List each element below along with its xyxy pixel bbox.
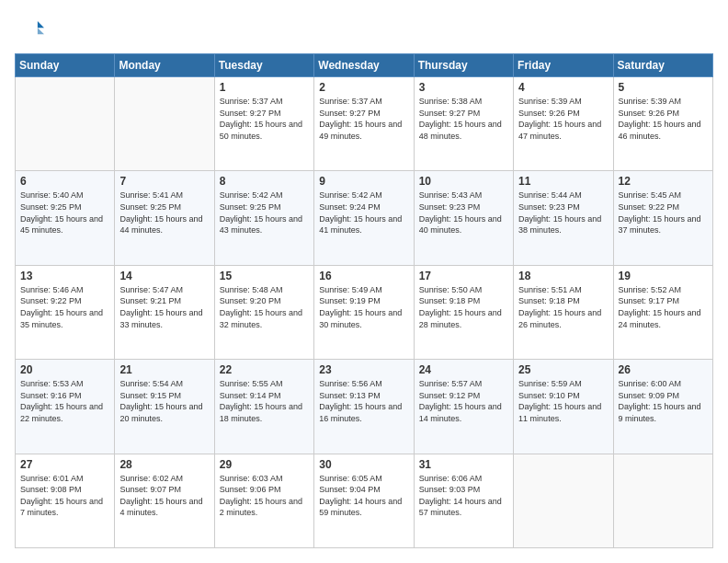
calendar-week-row-1: 1Sunrise: 5:37 AM Sunset: 9:27 PM Daylig… bbox=[16, 77, 713, 171]
cell-info: Sunrise: 5:49 AM Sunset: 9:19 PM Dayligh… bbox=[319, 284, 408, 330]
cell-info: Sunrise: 6:01 AM Sunset: 9:08 PM Dayligh… bbox=[20, 473, 109, 519]
cell-info: Sunrise: 5:54 AM Sunset: 9:15 PM Dayligh… bbox=[119, 378, 209, 424]
calendar-weekday-saturday: Saturday bbox=[613, 54, 712, 77]
cell-info: Sunrise: 5:39 AM Sunset: 9:26 PM Dayligh… bbox=[619, 96, 708, 142]
calendar-cell: 16Sunrise: 5:49 AM Sunset: 9:19 PM Dayli… bbox=[314, 265, 414, 359]
calendar-week-row-3: 13Sunrise: 5:46 AM Sunset: 9:22 PM Dayli… bbox=[16, 265, 713, 359]
cell-info: Sunrise: 5:42 AM Sunset: 9:25 PM Dayligh… bbox=[220, 190, 309, 236]
day-number: 31 bbox=[419, 458, 508, 471]
day-number: 8 bbox=[220, 175, 309, 188]
calendar-cell: 15Sunrise: 5:48 AM Sunset: 9:20 PM Dayli… bbox=[214, 265, 313, 359]
cell-info: Sunrise: 5:38 AM Sunset: 9:27 PM Dayligh… bbox=[419, 96, 508, 142]
calendar-cell: 23Sunrise: 5:56 AM Sunset: 9:13 PM Dayli… bbox=[314, 360, 414, 454]
header bbox=[15, 15, 713, 44]
cell-info: Sunrise: 5:59 AM Sunset: 9:10 PM Dayligh… bbox=[518, 378, 608, 424]
logo-icon bbox=[15, 15, 44, 44]
logo bbox=[15, 15, 48, 44]
day-number: 2 bbox=[319, 81, 408, 94]
calendar-cell: 6Sunrise: 5:40 AM Sunset: 9:25 PM Daylig… bbox=[16, 171, 115, 265]
day-number: 26 bbox=[619, 363, 708, 376]
calendar-cell bbox=[613, 454, 712, 547]
calendar-weekday-wednesday: Wednesday bbox=[314, 54, 414, 77]
calendar-cell: 13Sunrise: 5:46 AM Sunset: 9:22 PM Dayli… bbox=[16, 265, 115, 359]
day-number: 17 bbox=[419, 270, 508, 282]
cell-info: Sunrise: 6:00 AM Sunset: 9:09 PM Dayligh… bbox=[619, 378, 708, 424]
calendar-cell: 9Sunrise: 5:42 AM Sunset: 9:24 PM Daylig… bbox=[314, 171, 414, 265]
calendar-cell: 1Sunrise: 5:37 AM Sunset: 9:27 PM Daylig… bbox=[214, 77, 313, 171]
calendar-week-row-4: 20Sunrise: 5:53 AM Sunset: 9:16 PM Dayli… bbox=[16, 360, 713, 454]
day-number: 7 bbox=[119, 175, 209, 188]
cell-info: Sunrise: 5:55 AM Sunset: 9:14 PM Dayligh… bbox=[220, 378, 309, 424]
calendar-cell: 20Sunrise: 5:53 AM Sunset: 9:16 PM Dayli… bbox=[16, 360, 115, 454]
calendar-cell: 31Sunrise: 6:06 AM Sunset: 9:03 PM Dayli… bbox=[414, 454, 513, 547]
cell-info: Sunrise: 5:37 AM Sunset: 9:27 PM Dayligh… bbox=[319, 96, 408, 142]
cell-info: Sunrise: 5:57 AM Sunset: 9:12 PM Dayligh… bbox=[419, 378, 508, 424]
calendar-weekday-thursday: Thursday bbox=[414, 54, 513, 77]
cell-info: Sunrise: 5:50 AM Sunset: 9:18 PM Dayligh… bbox=[419, 284, 508, 330]
day-number: 25 bbox=[518, 363, 608, 376]
calendar-cell bbox=[16, 77, 115, 171]
day-number: 29 bbox=[220, 458, 309, 471]
day-number: 20 bbox=[20, 363, 109, 376]
cell-info: Sunrise: 5:47 AM Sunset: 9:21 PM Dayligh… bbox=[119, 284, 209, 330]
calendar-cell: 18Sunrise: 5:51 AM Sunset: 9:18 PM Dayli… bbox=[514, 265, 613, 359]
cell-info: Sunrise: 5:52 AM Sunset: 9:17 PM Dayligh… bbox=[619, 284, 708, 330]
calendar-cell: 27Sunrise: 6:01 AM Sunset: 9:08 PM Dayli… bbox=[16, 454, 115, 547]
calendar-cell: 4Sunrise: 5:39 AM Sunset: 9:26 PM Daylig… bbox=[514, 77, 613, 171]
day-number: 23 bbox=[319, 363, 408, 376]
calendar-weekday-monday: Monday bbox=[115, 54, 214, 77]
day-number: 6 bbox=[20, 175, 109, 188]
calendar-cell: 25Sunrise: 5:59 AM Sunset: 9:10 PM Dayli… bbox=[514, 360, 613, 454]
cell-info: Sunrise: 5:41 AM Sunset: 9:25 PM Dayligh… bbox=[119, 190, 209, 236]
calendar-cell: 22Sunrise: 5:55 AM Sunset: 9:14 PM Dayli… bbox=[214, 360, 313, 454]
calendar-cell: 29Sunrise: 6:03 AM Sunset: 9:06 PM Dayli… bbox=[214, 454, 313, 547]
calendar-weekday-friday: Friday bbox=[514, 54, 613, 77]
calendar-table: SundayMondayTuesdayWednesdayThursdayFrid… bbox=[15, 53, 713, 548]
day-number: 24 bbox=[419, 363, 508, 376]
cell-info: Sunrise: 5:39 AM Sunset: 9:26 PM Dayligh… bbox=[518, 96, 608, 142]
cell-info: Sunrise: 5:37 AM Sunset: 9:27 PM Dayligh… bbox=[220, 96, 309, 142]
day-number: 12 bbox=[619, 175, 708, 188]
calendar-cell: 26Sunrise: 6:00 AM Sunset: 9:09 PM Dayli… bbox=[613, 360, 712, 454]
day-number: 16 bbox=[319, 270, 408, 282]
day-number: 14 bbox=[119, 270, 209, 282]
calendar-cell: 30Sunrise: 6:05 AM Sunset: 9:04 PM Dayli… bbox=[314, 454, 414, 547]
day-number: 1 bbox=[220, 81, 309, 94]
cell-info: Sunrise: 6:05 AM Sunset: 9:04 PM Dayligh… bbox=[319, 473, 408, 519]
day-number: 18 bbox=[518, 270, 608, 282]
calendar-cell bbox=[115, 77, 214, 171]
calendar-cell: 28Sunrise: 6:02 AM Sunset: 9:07 PM Dayli… bbox=[115, 454, 214, 547]
cell-info: Sunrise: 5:42 AM Sunset: 9:24 PM Dayligh… bbox=[319, 190, 408, 236]
calendar-cell: 8Sunrise: 5:42 AM Sunset: 9:25 PM Daylig… bbox=[214, 171, 313, 265]
calendar-cell: 19Sunrise: 5:52 AM Sunset: 9:17 PM Dayli… bbox=[613, 265, 712, 359]
day-number: 27 bbox=[20, 458, 109, 471]
calendar-cell: 2Sunrise: 5:37 AM Sunset: 9:27 PM Daylig… bbox=[314, 77, 414, 171]
calendar-cell: 3Sunrise: 5:38 AM Sunset: 9:27 PM Daylig… bbox=[414, 77, 513, 171]
day-number: 9 bbox=[319, 175, 408, 188]
calendar-cell: 11Sunrise: 5:44 AM Sunset: 9:23 PM Dayli… bbox=[514, 171, 613, 265]
cell-info: Sunrise: 5:48 AM Sunset: 9:20 PM Dayligh… bbox=[220, 284, 309, 330]
calendar-cell: 12Sunrise: 5:45 AM Sunset: 9:22 PM Dayli… bbox=[613, 171, 712, 265]
calendar-header-row: SundayMondayTuesdayWednesdayThursdayFrid… bbox=[16, 54, 713, 77]
day-number: 10 bbox=[419, 175, 508, 188]
cell-info: Sunrise: 5:51 AM Sunset: 9:18 PM Dayligh… bbox=[518, 284, 608, 330]
svg-marker-0 bbox=[38, 21, 44, 28]
cell-info: Sunrise: 6:02 AM Sunset: 9:07 PM Dayligh… bbox=[119, 473, 209, 519]
cell-info: Sunrise: 5:45 AM Sunset: 9:22 PM Dayligh… bbox=[619, 190, 708, 236]
calendar-cell bbox=[514, 454, 613, 547]
cell-info: Sunrise: 6:03 AM Sunset: 9:06 PM Dayligh… bbox=[220, 473, 309, 519]
day-number: 22 bbox=[220, 363, 309, 376]
page: SundayMondayTuesdayWednesdayThursdayFrid… bbox=[0, 0, 728, 563]
day-number: 28 bbox=[119, 458, 209, 471]
day-number: 11 bbox=[518, 175, 608, 188]
calendar-cell: 21Sunrise: 5:54 AM Sunset: 9:15 PM Dayli… bbox=[115, 360, 214, 454]
day-number: 13 bbox=[20, 270, 109, 282]
calendar-cell: 7Sunrise: 5:41 AM Sunset: 9:25 PM Daylig… bbox=[115, 171, 214, 265]
day-number: 30 bbox=[319, 458, 408, 471]
cell-info: Sunrise: 5:44 AM Sunset: 9:23 PM Dayligh… bbox=[518, 190, 608, 236]
day-number: 4 bbox=[518, 81, 608, 94]
day-number: 3 bbox=[419, 81, 508, 94]
calendar-cell: 10Sunrise: 5:43 AM Sunset: 9:23 PM Dayli… bbox=[414, 171, 513, 265]
cell-info: Sunrise: 5:56 AM Sunset: 9:13 PM Dayligh… bbox=[319, 378, 408, 424]
calendar-weekday-sunday: Sunday bbox=[16, 54, 115, 77]
